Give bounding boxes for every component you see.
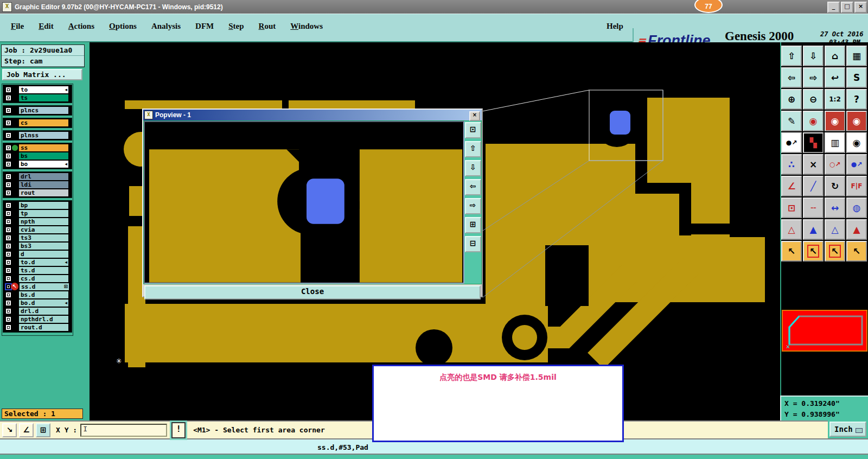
copy-net-icon[interactable]: ●↗ xyxy=(846,154,867,175)
layer-checkbox-npthdrl.d[interactable] xyxy=(5,316,11,322)
popview-open-icon[interactable]: ▦ xyxy=(846,46,867,66)
units-dropdown[interactable]: Inch xyxy=(829,422,866,437)
maximize-button[interactable]: □ xyxy=(841,2,853,13)
layer-row-drl[interactable]: drl xyxy=(4,173,71,181)
layer-checkbox-ldi[interactable] xyxy=(5,182,11,188)
layer-checkbox-to[interactable] xyxy=(5,87,11,93)
measure-point-button[interactable]: ↘ xyxy=(2,423,17,437)
layer-row-tp[interactable]: tp xyxy=(4,209,71,218)
select-net-icon[interactable]: ↖ xyxy=(846,241,867,262)
job-matrix-button[interactable]: Job Matrix ... xyxy=(2,69,82,80)
layer-row-drl.d[interactable]: drl.d xyxy=(4,307,71,315)
layer-row-npthdrl.d[interactable]: npthdrl.d xyxy=(4,315,71,323)
xy-input[interactable]: I xyxy=(80,424,167,437)
window-title-bar[interactable]: X Graphic Editor 9.07b2 (00@HY-HYCAM-PC1… xyxy=(0,0,868,14)
layer-row-rout.d[interactable]: rout.d xyxy=(4,323,71,331)
layer-row-d[interactable]: d xyxy=(4,250,71,258)
menu-actions[interactable]: Actions xyxy=(68,22,94,31)
smd-pad-canvas[interactable] xyxy=(610,111,630,135)
popview-zoom-out-button[interactable]: ⊟ xyxy=(465,236,481,252)
fill-mode-d-icon[interactable]: ▲ xyxy=(846,219,867,240)
layer-row-ts[interactable]: ts xyxy=(4,94,71,102)
layer-row-to[interactable]: to◂ xyxy=(4,86,71,94)
menu-windows[interactable]: Windows xyxy=(290,22,323,31)
popview-pan-down-button[interactable]: ⇩ xyxy=(465,160,481,176)
setup-tools-icon[interactable]: ✎ xyxy=(781,111,802,131)
menu-step[interactable]: Step xyxy=(228,22,244,31)
layer-checkbox-bp[interactable] xyxy=(5,202,11,208)
layer-checkbox-d[interactable] xyxy=(5,251,11,257)
select-frame-icon[interactable]: ↖ xyxy=(803,241,824,262)
layer-checkbox-ts[interactable] xyxy=(5,95,11,101)
alert-button[interactable]: ! xyxy=(171,422,186,438)
layer-row-ts.d[interactable]: ts.d xyxy=(4,266,71,275)
popview-window[interactable]: X Popview - 1 × ⊡⇧⇩⇦⇨⊞⊟ Close xyxy=(142,109,483,297)
layer-checkbox-tp[interactable] xyxy=(5,211,11,216)
layer-row-to.d[interactable]: to.d◂ xyxy=(4,258,71,266)
delete-feature-icon[interactable]: × xyxy=(803,154,824,175)
popview-close-button[interactable]: Close xyxy=(144,285,481,299)
menu-file[interactable]: File xyxy=(11,22,24,31)
layer-checkbox-plncs[interactable] xyxy=(5,107,11,113)
layer-checkbox-ts3[interactable] xyxy=(5,235,11,241)
mirror-feature-icon[interactable]: F|F xyxy=(846,176,867,196)
layer-row-bs[interactable]: bs xyxy=(4,152,71,160)
fill-mode-c-icon[interactable]: △ xyxy=(825,219,845,240)
net-view-b-icon[interactable]: ◉ xyxy=(846,111,867,131)
layer-row-bp[interactable]: bp xyxy=(4,201,71,209)
layer-checkbox-drl.d[interactable] xyxy=(5,308,11,314)
select-polygon-icon[interactable]: ↖ xyxy=(825,241,845,262)
rotate-feature-icon[interactable]: ↻ xyxy=(825,176,845,196)
layer-row-cs.d[interactable]: cs.d xyxy=(4,275,71,283)
zoom-home-icon[interactable]: ⌂ xyxy=(825,46,845,66)
layer-row-npth[interactable]: npth xyxy=(4,218,71,226)
close-button[interactable]: × xyxy=(854,2,867,13)
smd-pad-popview[interactable] xyxy=(307,178,344,224)
menu-dfm[interactable]: DFM xyxy=(195,22,214,31)
layer-checkbox-to.d[interactable] xyxy=(5,259,11,265)
layer-checkbox-drl[interactable] xyxy=(5,174,11,180)
layer-checkbox-cs[interactable] xyxy=(5,120,11,126)
net-view-a-icon[interactable]: ◉ xyxy=(825,111,845,131)
menu-analysis[interactable]: Analysis xyxy=(151,22,181,31)
chain-features-icon[interactable]: ∴ xyxy=(781,154,802,175)
popview-close-icon[interactable]: × xyxy=(469,111,480,121)
layer-row-plncs[interactable]: plncs xyxy=(4,106,71,114)
zoom-1-2-icon[interactable]: 1:2 xyxy=(825,89,845,110)
layer-checkbox-rout.d[interactable] xyxy=(5,324,11,330)
layer-row-plnss[interactable]: plnss xyxy=(4,131,71,139)
fill-mode-a-icon[interactable]: △ xyxy=(781,219,802,240)
zoom-step-icon[interactable]: S xyxy=(846,67,867,88)
layer-checkbox-bs[interactable] xyxy=(5,153,11,159)
select-pad-icon[interactable]: ◉ xyxy=(846,132,867,153)
layer-row-ss[interactable]: ss xyxy=(4,144,71,152)
measure-slope-icon[interactable]: ╱ xyxy=(803,176,824,196)
layer-row-ldi[interactable]: ldi xyxy=(4,181,71,189)
highlight-net-icon[interactable]: ◉ xyxy=(803,111,824,131)
layer-checkbox-bo.d[interactable] xyxy=(5,300,11,306)
compare-layers-icon[interactable]: ▚ xyxy=(803,132,824,153)
popview-pan-right-button[interactable]: ⇨ xyxy=(465,198,481,214)
layer-checkbox-bo[interactable] xyxy=(5,161,11,167)
zoom-out-icon[interactable]: ⊖ xyxy=(803,89,824,110)
measure-angle-icon[interactable]: ∠ xyxy=(781,176,802,196)
copy-feature-icon[interactable]: ○↗ xyxy=(825,154,845,175)
layer-checkbox-cs.d[interactable] xyxy=(5,276,11,282)
layer-checkbox-cvia[interactable] xyxy=(5,227,11,233)
grid-toggle-button[interactable]: ⊞ xyxy=(36,423,50,437)
layer-row-bo[interactable]: bo◂ xyxy=(4,160,71,168)
layer-checkbox-bs.d[interactable] xyxy=(5,292,11,298)
pan-left-icon[interactable]: ⇦ xyxy=(781,67,802,88)
move-feature-icon[interactable]: ●↗ xyxy=(781,132,802,153)
resize-feature-icon[interactable]: ↔ xyxy=(825,197,845,218)
menu-rout[interactable]: Rout xyxy=(259,22,276,31)
pan-down-icon[interactable]: ⇩ xyxy=(803,46,824,66)
break-line-icon[interactable]: ╌ xyxy=(803,197,824,218)
minimize-button[interactable]: _ xyxy=(827,2,840,13)
popview-pan-left-button[interactable]: ⇦ xyxy=(465,179,481,195)
popview-zoom-in-button[interactable]: ⊞ xyxy=(465,217,481,233)
layer-checkbox-ss[interactable] xyxy=(5,145,11,151)
menu-options[interactable]: Options xyxy=(109,22,137,31)
layer-checkbox-rout[interactable] xyxy=(5,190,11,196)
popview-pan-up-button[interactable]: ⇧ xyxy=(465,141,481,157)
